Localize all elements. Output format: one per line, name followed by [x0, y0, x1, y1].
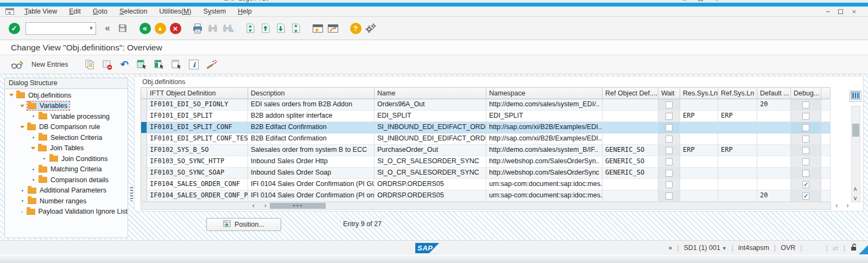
scroll-left-icon[interactable]: ‹: [248, 202, 259, 209]
wait-checkbox[interactable]: [666, 170, 673, 177]
wait-checkbox[interactable]: [666, 181, 673, 188]
cell-name[interactable]: EDI_SPLIT: [375, 111, 486, 122]
cell-ref-object-def[interactable]: GENERIC_SO: [603, 156, 658, 168]
tree-item-db-comparison-rule[interactable]: DB Comparison rule: [5, 122, 128, 133]
cell-res-sys-ln[interactable]: [680, 168, 718, 179]
tree-item-matching-criteria[interactable]: Matching Criteria: [5, 164, 128, 175]
minimize-button[interactable]: –: [826, 8, 829, 15]
cell-name[interactable]: ORDRSP.ORDERS05: [375, 179, 486, 190]
wait-checkbox[interactable]: [666, 101, 673, 108]
find-button[interactable]: [206, 21, 220, 36]
cell-ref-sys-ln[interactable]: ERP: [718, 111, 757, 122]
wait-checkbox[interactable]: [666, 124, 673, 131]
cell-default[interactable]: [757, 111, 791, 122]
horizontal-scroll-thumb[interactable]: ●●●: [270, 203, 326, 209]
row-selector[interactable]: [141, 179, 147, 190]
tree-item-variables[interactable]: Variables: [5, 101, 128, 112]
table-row[interactable]: IF0101_EDI_SPLIT_CONFB2B Edifact Confirm…: [141, 122, 831, 133]
debug-checkbox[interactable]: [802, 158, 809, 165]
cell-res-sys-ln[interactable]: ERP: [680, 145, 718, 156]
row-selector[interactable]: [141, 168, 147, 179]
debug-checkbox[interactable]: ✓: [802, 193, 809, 200]
column-header-debug[interactable]: Debug...: [791, 87, 821, 99]
cell-namespace[interactable]: EDI_SPLIT: [486, 111, 603, 122]
cell-name[interactable]: Orders96A_Out: [375, 99, 486, 111]
column-header-description[interactable]: Description: [248, 87, 375, 99]
collapse-button[interactable]: «: [100, 21, 115, 36]
system-session-field[interactable]: SD1 (1) 001▼: [683, 244, 726, 252]
cell-default[interactable]: [757, 168, 791, 179]
select-all-button[interactable]: [134, 57, 149, 72]
cell-description[interactable]: Inbound Sales Order Http: [248, 156, 375, 168]
row-selector[interactable]: [141, 122, 147, 133]
tree-item-comparison-details[interactable]: Comparison details: [5, 175, 128, 185]
scroll-right-edge-icon[interactable]: ›: [843, 202, 852, 210]
cell-namespace[interactable]: http://demo.com/sales/system_EDI/..: [486, 99, 603, 111]
table-row[interactable]: IF0104_SALES_ORDER_CONFIFI 0104 Sales Or…: [141, 179, 831, 190]
menu-help[interactable]: Help: [232, 8, 258, 15]
command-input[interactable]: [26, 23, 87, 34]
tree-item-obj-definitions[interactable]: Obj.definitions: [5, 90, 128, 101]
cell-namespace[interactable]: http://sap.com/xi/B2B/Examples/EDI..: [486, 122, 603, 133]
debug-checkbox[interactable]: [802, 101, 809, 108]
row-selector[interactable]: [141, 133, 147, 145]
cell-name[interactable]: SI_INBOUND_EDI_EDIFACT_ORDERS: [375, 133, 486, 145]
wait-checkbox[interactable]: [666, 147, 673, 154]
resize-corner[interactable]: [859, 245, 868, 254]
cell-ref-sys-ln[interactable]: [718, 156, 757, 168]
control-menu-icon[interactable]: [5, 8, 14, 15]
debug-checkbox[interactable]: [802, 124, 809, 131]
tree-item-join-conditions[interactable]: Join Conditions: [5, 153, 128, 164]
table-row[interactable]: IF0104_SALES_ORDER_CONF_P..IFI 0104 Sale…: [141, 190, 831, 202]
cell-iftt[interactable]: IF0101_EDI_SPLIT: [147, 111, 248, 122]
panel-splitter[interactable]: [130, 187, 133, 201]
cell-name[interactable]: SI_O_CR_SALESORDER_SYNC: [375, 168, 486, 179]
cell-ref-sys-ln[interactable]: [718, 133, 757, 145]
first-page-button[interactable]: [243, 21, 257, 36]
column-header-res-sys-ln[interactable]: Res.Sys.Ln: [680, 87, 718, 99]
row-selector[interactable]: [141, 99, 147, 111]
input-mode-field[interactable]: OVR: [781, 244, 795, 252]
cell-res-sys-ln[interactable]: [680, 190, 718, 202]
cell-ref-object-def[interactable]: GENERIC_SO: [603, 145, 658, 156]
column-header-name[interactable]: Name: [375, 87, 486, 99]
cell-namespace[interactable]: http://demo.com/sales/system_B/IF..: [486, 145, 603, 156]
cell-description[interactable]: B2B addon spliter interface: [248, 111, 375, 122]
cell-name[interactable]: PurchaseOrder_Out: [375, 145, 486, 156]
cell-default[interactable]: [757, 133, 791, 145]
horizontal-scrollbar[interactable]: ‹ › ●●●: [141, 202, 831, 210]
header-selector[interactable]: [141, 87, 147, 99]
customize-layout-button[interactable]: [364, 21, 378, 36]
cell-default[interactable]: [757, 122, 791, 133]
cancel-button[interactable]: ×: [168, 21, 182, 36]
help-button[interactable]: ?: [349, 21, 363, 36]
cell-default[interactable]: [757, 179, 791, 190]
menu-edit[interactable]: Edit: [63, 8, 87, 15]
new-session-button[interactable]: ★: [311, 21, 325, 36]
scroll-down-icon[interactable]: ∨: [851, 194, 859, 203]
cell-res-sys-ln[interactable]: [680, 179, 718, 190]
tree-item-join-tables[interactable]: Join Tables: [5, 143, 128, 154]
table-row[interactable]: IF0102_SYS_B_SOSalesales order from syst…: [141, 145, 831, 156]
cell-iftt[interactable]: IF0104_SALES_ORDER_CONF_P..: [147, 190, 248, 202]
cell-iftt[interactable]: IF0103_SO_SYNC_SOAP: [147, 168, 248, 179]
continue-button[interactable]: ✓: [7, 21, 21, 36]
cell-ref-object-def[interactable]: [603, 190, 658, 202]
debug-checkbox[interactable]: [802, 136, 809, 143]
find-next-button[interactable]: [221, 21, 235, 36]
next-page-button[interactable]: [274, 21, 288, 36]
maximize-button[interactable]: [838, 9, 843, 14]
cell-default[interactable]: 20: [757, 99, 791, 111]
row-selector[interactable]: [141, 190, 147, 202]
cell-ref-sys-ln[interactable]: [718, 168, 757, 179]
create-shortcut-button[interactable]: [326, 21, 340, 36]
cell-description[interactable]: B2B Edifact Confirmation: [248, 133, 375, 145]
column-header-wait[interactable]: Wait: [658, 87, 680, 99]
menu-table-view[interactable]: Table View: [18, 8, 63, 15]
cell-res-sys-ln[interactable]: [680, 156, 718, 168]
delete-entries-button[interactable]: [99, 57, 115, 72]
table-row[interactable]: IF0103_SO_SYNC_HTTPInbound Sales Order H…: [141, 156, 831, 168]
chevron-down-icon[interactable]: [9, 94, 14, 97]
status-overflow-indicator[interactable]: »: [668, 244, 672, 252]
cell-ref-object-def[interactable]: GENERIC_SO: [603, 168, 658, 179]
